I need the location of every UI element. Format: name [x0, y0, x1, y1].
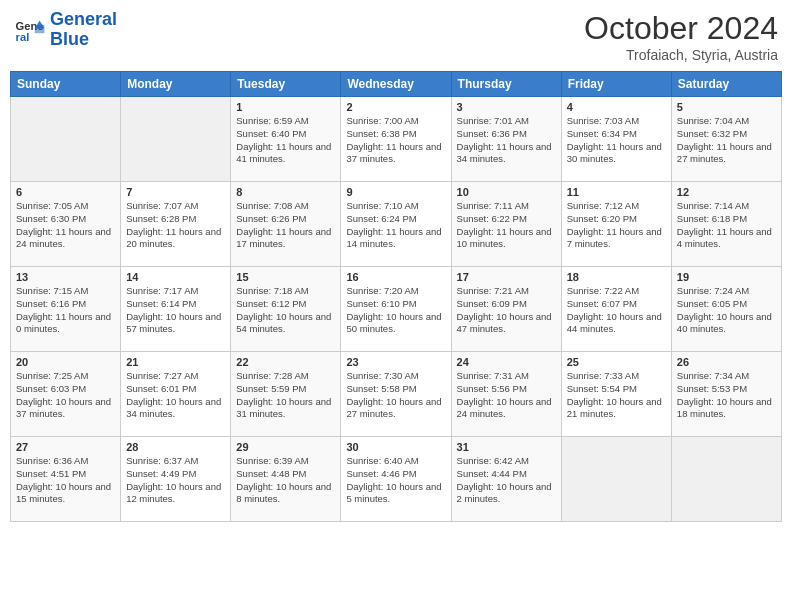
calendar-table: SundayMondayTuesdayWednesdayThursdayFrid… [10, 71, 782, 522]
calendar-cell: 31Sunrise: 6:42 AMSunset: 4:44 PMDayligh… [451, 437, 561, 522]
day-number: 11 [567, 186, 666, 198]
svg-text:ral: ral [16, 31, 30, 43]
day-info: Sunrise: 7:25 AMSunset: 6:03 PMDaylight:… [16, 370, 115, 421]
month-title: October 2024 [584, 10, 778, 47]
day-info: Sunrise: 6:42 AMSunset: 4:44 PMDaylight:… [457, 455, 556, 506]
day-number: 1 [236, 101, 335, 113]
day-info: Sunrise: 7:12 AMSunset: 6:20 PMDaylight:… [567, 200, 666, 251]
day-number: 18 [567, 271, 666, 283]
calendar-cell: 1Sunrise: 6:59 AMSunset: 6:40 PMDaylight… [231, 97, 341, 182]
calendar-week-row: 27Sunrise: 6:36 AMSunset: 4:51 PMDayligh… [11, 437, 782, 522]
calendar-week-row: 13Sunrise: 7:15 AMSunset: 6:16 PMDayligh… [11, 267, 782, 352]
calendar-cell: 2Sunrise: 7:00 AMSunset: 6:38 PMDaylight… [341, 97, 451, 182]
day-number: 26 [677, 356, 776, 368]
day-info: Sunrise: 7:22 AMSunset: 6:07 PMDaylight:… [567, 285, 666, 336]
weekday-header: Tuesday [231, 72, 341, 97]
day-info: Sunrise: 6:36 AMSunset: 4:51 PMDaylight:… [16, 455, 115, 506]
day-info: Sunrise: 7:18 AMSunset: 6:12 PMDaylight:… [236, 285, 335, 336]
calendar-week-row: 1Sunrise: 6:59 AMSunset: 6:40 PMDaylight… [11, 97, 782, 182]
logo-text: General Blue [50, 10, 117, 50]
day-info: Sunrise: 7:01 AMSunset: 6:36 PMDaylight:… [457, 115, 556, 166]
logo-icon: Gene ral [14, 14, 46, 46]
day-number: 31 [457, 441, 556, 453]
day-number: 28 [126, 441, 225, 453]
day-info: Sunrise: 6:40 AMSunset: 4:46 PMDaylight:… [346, 455, 445, 506]
calendar-cell: 24Sunrise: 7:31 AMSunset: 5:56 PMDayligh… [451, 352, 561, 437]
day-number: 13 [16, 271, 115, 283]
logo: Gene ral General Blue [14, 10, 117, 50]
weekday-header-row: SundayMondayTuesdayWednesdayThursdayFrid… [11, 72, 782, 97]
day-number: 23 [346, 356, 445, 368]
calendar-cell: 19Sunrise: 7:24 AMSunset: 6:05 PMDayligh… [671, 267, 781, 352]
calendar-cell: 30Sunrise: 6:40 AMSunset: 4:46 PMDayligh… [341, 437, 451, 522]
day-info: Sunrise: 7:21 AMSunset: 6:09 PMDaylight:… [457, 285, 556, 336]
day-info: Sunrise: 7:27 AMSunset: 6:01 PMDaylight:… [126, 370, 225, 421]
calendar-cell [11, 97, 121, 182]
day-number: 2 [346, 101, 445, 113]
logo-line2: Blue [50, 29, 89, 49]
day-info: Sunrise: 6:39 AMSunset: 4:48 PMDaylight:… [236, 455, 335, 506]
calendar-cell: 20Sunrise: 7:25 AMSunset: 6:03 PMDayligh… [11, 352, 121, 437]
calendar-cell: 18Sunrise: 7:22 AMSunset: 6:07 PMDayligh… [561, 267, 671, 352]
page-header: Gene ral General Blue October 2024 Trofa… [10, 10, 782, 63]
day-number: 16 [346, 271, 445, 283]
day-info: Sunrise: 7:15 AMSunset: 6:16 PMDaylight:… [16, 285, 115, 336]
day-number: 8 [236, 186, 335, 198]
calendar-cell: 11Sunrise: 7:12 AMSunset: 6:20 PMDayligh… [561, 182, 671, 267]
day-info: Sunrise: 7:11 AMSunset: 6:22 PMDaylight:… [457, 200, 556, 251]
calendar-cell: 5Sunrise: 7:04 AMSunset: 6:32 PMDaylight… [671, 97, 781, 182]
calendar-cell: 9Sunrise: 7:10 AMSunset: 6:24 PMDaylight… [341, 182, 451, 267]
calendar-cell [561, 437, 671, 522]
weekday-header: Saturday [671, 72, 781, 97]
day-info: Sunrise: 7:31 AMSunset: 5:56 PMDaylight:… [457, 370, 556, 421]
calendar-cell: 4Sunrise: 7:03 AMSunset: 6:34 PMDaylight… [561, 97, 671, 182]
calendar-cell: 26Sunrise: 7:34 AMSunset: 5:53 PMDayligh… [671, 352, 781, 437]
weekday-header: Wednesday [341, 72, 451, 97]
day-number: 6 [16, 186, 115, 198]
day-info: Sunrise: 7:34 AMSunset: 5:53 PMDaylight:… [677, 370, 776, 421]
calendar-cell: 16Sunrise: 7:20 AMSunset: 6:10 PMDayligh… [341, 267, 451, 352]
day-number: 22 [236, 356, 335, 368]
day-number: 25 [567, 356, 666, 368]
calendar-cell: 21Sunrise: 7:27 AMSunset: 6:01 PMDayligh… [121, 352, 231, 437]
day-number: 12 [677, 186, 776, 198]
day-number: 15 [236, 271, 335, 283]
day-number: 27 [16, 441, 115, 453]
calendar-cell [121, 97, 231, 182]
calendar-cell: 23Sunrise: 7:30 AMSunset: 5:58 PMDayligh… [341, 352, 451, 437]
day-number: 19 [677, 271, 776, 283]
calendar-cell: 27Sunrise: 6:36 AMSunset: 4:51 PMDayligh… [11, 437, 121, 522]
weekday-header: Thursday [451, 72, 561, 97]
day-info: Sunrise: 7:24 AMSunset: 6:05 PMDaylight:… [677, 285, 776, 336]
day-number: 9 [346, 186, 445, 198]
svg-marker-3 [35, 25, 45, 33]
day-info: Sunrise: 7:20 AMSunset: 6:10 PMDaylight:… [346, 285, 445, 336]
day-number: 3 [457, 101, 556, 113]
calendar-cell: 6Sunrise: 7:05 AMSunset: 6:30 PMDaylight… [11, 182, 121, 267]
calendar-cell [671, 437, 781, 522]
day-number: 30 [346, 441, 445, 453]
day-info: Sunrise: 7:07 AMSunset: 6:28 PMDaylight:… [126, 200, 225, 251]
day-info: Sunrise: 7:17 AMSunset: 6:14 PMDaylight:… [126, 285, 225, 336]
day-number: 4 [567, 101, 666, 113]
day-number: 21 [126, 356, 225, 368]
day-info: Sunrise: 7:05 AMSunset: 6:30 PMDaylight:… [16, 200, 115, 251]
day-number: 24 [457, 356, 556, 368]
calendar-cell: 7Sunrise: 7:07 AMSunset: 6:28 PMDaylight… [121, 182, 231, 267]
calendar-cell: 3Sunrise: 7:01 AMSunset: 6:36 PMDaylight… [451, 97, 561, 182]
weekday-header: Monday [121, 72, 231, 97]
calendar-cell: 22Sunrise: 7:28 AMSunset: 5:59 PMDayligh… [231, 352, 341, 437]
logo-line1: General [50, 9, 117, 29]
calendar-cell: 10Sunrise: 7:11 AMSunset: 6:22 PMDayligh… [451, 182, 561, 267]
calendar-week-row: 20Sunrise: 7:25 AMSunset: 6:03 PMDayligh… [11, 352, 782, 437]
day-number: 29 [236, 441, 335, 453]
day-info: Sunrise: 7:30 AMSunset: 5:58 PMDaylight:… [346, 370, 445, 421]
weekday-header: Sunday [11, 72, 121, 97]
calendar-cell: 13Sunrise: 7:15 AMSunset: 6:16 PMDayligh… [11, 267, 121, 352]
day-info: Sunrise: 6:59 AMSunset: 6:40 PMDaylight:… [236, 115, 335, 166]
day-number: 5 [677, 101, 776, 113]
location-subtitle: Trofaiach, Styria, Austria [584, 47, 778, 63]
day-info: Sunrise: 7:14 AMSunset: 6:18 PMDaylight:… [677, 200, 776, 251]
day-number: 14 [126, 271, 225, 283]
day-info: Sunrise: 7:10 AMSunset: 6:24 PMDaylight:… [346, 200, 445, 251]
